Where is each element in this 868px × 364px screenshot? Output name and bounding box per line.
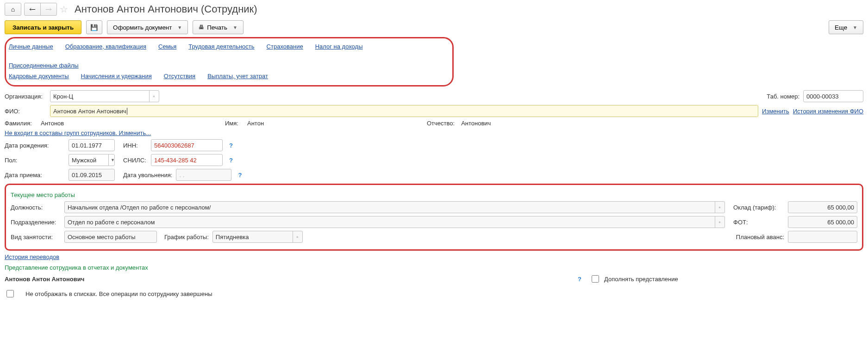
home-icon: ⌂: [11, 6, 15, 13]
arrow-left-icon: 🡐: [29, 6, 36, 13]
snils-value: 145-434-285 42: [154, 157, 197, 164]
hide-in-lists-checkbox[interactable]: [6, 290, 14, 297]
position-input[interactable]: Начальник отдела /Отдел по работе с перс…: [64, 201, 725, 213]
print-button[interactable]: 🖶 Печать ▼: [193, 20, 244, 34]
open-ref-icon[interactable]: ▫: [293, 231, 302, 242]
link-absence[interactable]: Отсутствия: [164, 73, 195, 80]
link-hr-docs[interactable]: Кадровые документы: [9, 73, 69, 80]
chevron-down-icon: ▼: [233, 25, 237, 30]
org-label: Организация:: [5, 93, 46, 100]
more-label: Еще: [835, 24, 847, 31]
schedule-label: График работы:: [164, 234, 209, 241]
snils-label: СНИЛС:: [123, 157, 147, 164]
current-job-fieldset: Текущее место работы Должность: Начальни…: [5, 184, 863, 251]
middlename-value: Антонович: [461, 120, 491, 127]
emptype-value: Основное место работы: [68, 234, 136, 241]
back-button[interactable]: 🡐: [24, 3, 41, 16]
favorite-star-icon[interactable]: ☆: [60, 4, 68, 15]
inn-value: 564003062687: [154, 142, 194, 149]
advance-input[interactable]: [788, 231, 857, 243]
link-income-tax[interactable]: Налог на доходы: [315, 43, 363, 50]
save-button[interactable]: 💾: [86, 20, 102, 34]
hiredate-input[interactable]: 01.09.2015: [69, 169, 115, 181]
fio-input[interactable]: Антонов Антон Антонович: [50, 105, 758, 117]
save-close-button[interactable]: Записать и закрыть: [5, 20, 81, 34]
groups-change-link[interactable]: Не входит в составы групп сотрудников. И…: [5, 130, 151, 136]
department-input[interactable]: Отдел по работе с персоналом ▫: [64, 216, 725, 228]
tabno-value: 0000-00033: [806, 93, 838, 100]
link-education[interactable]: Образование, квалификация: [65, 43, 146, 50]
sex-label: Пол:: [5, 157, 65, 164]
firedate-label: Дата увольнения:: [123, 172, 172, 179]
birthdate-label: Дата рождения:: [5, 142, 65, 149]
open-ref-icon[interactable]: ▫: [715, 216, 724, 228]
print-icon: 🖶: [199, 24, 204, 31]
fio-value: Антонов Антон Антонович: [53, 108, 126, 115]
help-icon[interactable]: ?: [238, 172, 242, 179]
snils-input[interactable]: 145-434-285 42: [151, 154, 223, 166]
link-accruals[interactable]: Начисления и удержания: [81, 73, 152, 80]
fot-label: ФОТ:: [733, 219, 784, 226]
hiredate-value: 01.09.2015: [72, 172, 102, 179]
repr-name: Антонов Антон Антонович: [5, 276, 571, 283]
chevron-down-icon: ▼: [853, 25, 857, 30]
sex-select[interactable]: Мужской ▼: [69, 154, 115, 166]
save-icon: 💾: [90, 24, 98, 31]
firedate-input[interactable]: . .: [176, 169, 231, 181]
print-label: Печать: [207, 24, 227, 31]
hiredate-label: Дата приема:: [5, 172, 65, 179]
transfer-history-link[interactable]: История переводов: [5, 253, 59, 260]
hide-in-lists-label: Не отображать в списках. Все операции по…: [25, 290, 212, 297]
link-personal[interactable]: Личные данные: [9, 43, 53, 50]
help-icon[interactable]: ?: [229, 157, 233, 164]
lastname-label: Фамилия:: [5, 120, 37, 127]
sex-value: Мужской: [72, 157, 106, 164]
firstname-label: Имя:: [225, 120, 244, 127]
save-close-label: Записать и закрыть: [12, 24, 74, 31]
salary-value: 65 000,00: [827, 204, 854, 211]
help-icon[interactable]: ?: [578, 276, 581, 283]
org-input[interactable]: Крон-Ц ▫: [50, 90, 159, 102]
home-button[interactable]: ⌂: [5, 3, 21, 16]
forward-button[interactable]: 🡒: [40, 3, 57, 16]
open-ref-icon[interactable]: ▫: [715, 202, 724, 213]
schedule-value: Пятидневка: [216, 234, 291, 241]
link-payouts[interactable]: Выплаты, учет затрат: [207, 73, 268, 80]
schedule-input[interactable]: Пятидневка ▫: [212, 231, 303, 243]
firedate-value: . .: [179, 172, 184, 179]
create-document-label: Оформить документ: [113, 24, 172, 31]
help-icon[interactable]: ?: [229, 142, 233, 149]
current-job-title: Текущее место работы: [11, 191, 857, 198]
add-repr-label: Дополнять представление: [604, 276, 863, 283]
tabno-input[interactable]: 0000-00033: [803, 90, 863, 102]
more-button[interactable]: Еще ▼: [829, 20, 863, 34]
inn-input[interactable]: 564003062687: [151, 139, 223, 151]
department-value: Отдел по работе с персоналом: [68, 219, 713, 226]
arrow-right-icon: 🡒: [45, 6, 52, 13]
fot-input[interactable]: 65 000,00: [788, 216, 857, 228]
section-links-box: Личные данные Образование, квалификация …: [5, 37, 454, 86]
firstname-value: Антон: [247, 120, 423, 127]
advance-label: Плановый аванс:: [736, 234, 784, 241]
create-document-button[interactable]: Оформить документ ▼: [107, 20, 188, 34]
open-ref-icon[interactable]: ▫: [149, 91, 158, 102]
change-fio-link[interactable]: Изменить: [762, 108, 789, 115]
emptype-input[interactable]: Основное место работы: [64, 231, 157, 243]
link-files[interactable]: Присоединенные файлы: [9, 62, 79, 69]
link-family[interactable]: Семья: [158, 43, 176, 50]
chevron-down-icon: ▼: [177, 25, 182, 30]
chevron-down-icon[interactable]: ▼: [108, 154, 117, 166]
link-labor[interactable]: Трудовая деятельность: [188, 43, 254, 50]
fio-history-link[interactable]: История изменения ФИО: [793, 108, 863, 115]
salary-input[interactable]: 65 000,00: [788, 201, 857, 213]
org-value: Крон-Ц: [53, 93, 147, 100]
tabno-label: Таб. номер:: [767, 93, 799, 100]
add-repr-checkbox[interactable]: [592, 275, 599, 283]
birthdate-input[interactable]: 01.01.1977: [69, 139, 115, 151]
salary-label: Оклад (тариф):: [733, 204, 784, 211]
link-insurance[interactable]: Страхование: [267, 43, 303, 50]
text-cursor-icon: [127, 108, 127, 115]
fot-value: 65 000,00: [827, 219, 854, 226]
department-label: Подразделение:: [11, 219, 61, 226]
fio-label: ФИО:: [5, 108, 46, 115]
